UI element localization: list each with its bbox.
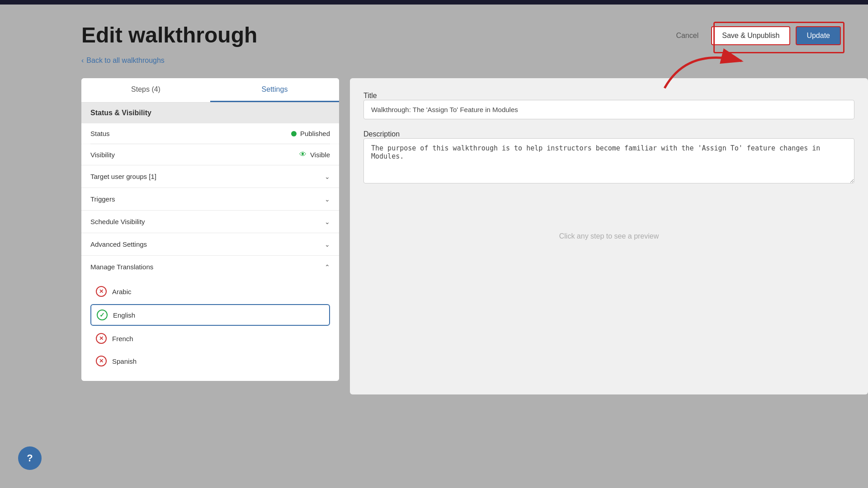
arabic-error-icon: [96, 286, 107, 297]
language-item-spanish[interactable]: Spanish: [90, 351, 330, 371]
french-label: French: [112, 335, 133, 343]
visibility-row: Visibility 👁 Visible: [81, 144, 339, 165]
language-item-arabic[interactable]: Arabic: [90, 282, 330, 301]
status-value: Published: [291, 130, 330, 137]
left-panel: Steps (4) Settings Status & Visibility S…: [81, 78, 339, 381]
language-item-english[interactable]: English: [90, 304, 330, 326]
back-link[interactable]: ‹ Back to all walkthroughs: [81, 56, 868, 65]
chevron-down-icon: ⌄: [325, 173, 330, 180]
status-dot-icon: [291, 131, 297, 136]
description-label: Description: [363, 130, 400, 138]
language-item-french[interactable]: French: [90, 328, 330, 348]
chevron-down-icon-4: ⌄: [325, 241, 330, 248]
description-textarea[interactable]: The purpose of this walkthrough is to he…: [363, 138, 854, 183]
advanced-settings-label: Advanced Settings: [90, 240, 147, 248]
cancel-button[interactable]: Cancel: [669, 28, 706, 43]
content-layout: Steps (4) Settings Status & Visibility S…: [81, 78, 868, 394]
visibility-value: 👁 Visible: [299, 150, 330, 159]
manage-translations-section: Manage Translations ⌃ Arabic English: [81, 255, 339, 381]
english-check-icon: [97, 310, 108, 320]
schedule-visibility-section[interactable]: Schedule Visibility ⌄: [81, 210, 339, 233]
main-content: Edit walkthrough ‹ Back to all walkthrou…: [0, 5, 868, 394]
tab-steps[interactable]: Steps (4): [81, 78, 210, 102]
right-panel: Title Description The purpose of this wa…: [350, 78, 868, 394]
preview-hint: Click any step to see a preview: [363, 232, 854, 240]
update-button[interactable]: Update: [796, 26, 841, 45]
triggers-label: Triggers: [90, 195, 115, 203]
status-label: Status: [90, 130, 110, 137]
header-actions: Cancel Save & Unpublish Update: [669, 26, 841, 45]
target-user-groups-section[interactable]: Target user groups [1] ⌄: [81, 165, 339, 188]
target-user-groups-label: Target user groups [1]: [90, 173, 156, 180]
chevron-up-icon: ⌃: [325, 263, 330, 271]
tabs-bar: Steps (4) Settings: [81, 78, 339, 103]
chevron-down-icon-2: ⌄: [325, 196, 330, 203]
eye-icon: 👁: [299, 150, 307, 159]
help-icon: ?: [27, 452, 33, 464]
tab-settings[interactable]: Settings: [210, 78, 339, 102]
advanced-settings-section[interactable]: Advanced Settings ⌄: [81, 233, 339, 255]
english-label: English: [113, 311, 135, 319]
save-unpublish-button[interactable]: Save & Unpublish: [711, 26, 790, 45]
spanish-error-icon: [96, 356, 107, 366]
visibility-text: Visible: [310, 151, 330, 159]
manage-translations-label: Manage Translations: [90, 263, 153, 271]
back-link-text: Back to all walkthroughs: [86, 56, 165, 65]
schedule-visibility-label: Schedule Visibility: [90, 218, 145, 225]
manage-translations-header[interactable]: Manage Translations ⌃: [81, 256, 339, 278]
spanish-label: Spanish: [112, 357, 137, 365]
french-error-icon: [96, 333, 107, 344]
top-bar: [0, 0, 868, 5]
status-visibility-header: Status & Visibility: [81, 103, 339, 123]
help-button[interactable]: ?: [18, 446, 42, 470]
back-chevron-icon: ‹: [81, 56, 84, 65]
chevron-down-icon-3: ⌄: [325, 218, 330, 225]
translation-items-list: Arabic English French S: [81, 278, 339, 381]
title-label: Title: [363, 92, 377, 99]
arabic-label: Arabic: [112, 288, 132, 296]
title-input[interactable]: [363, 100, 854, 119]
status-row: Status Published: [81, 123, 339, 144]
status-text: Published: [300, 130, 330, 137]
visibility-label: Visibility: [90, 151, 115, 159]
triggers-section[interactable]: Triggers ⌄: [81, 188, 339, 210]
